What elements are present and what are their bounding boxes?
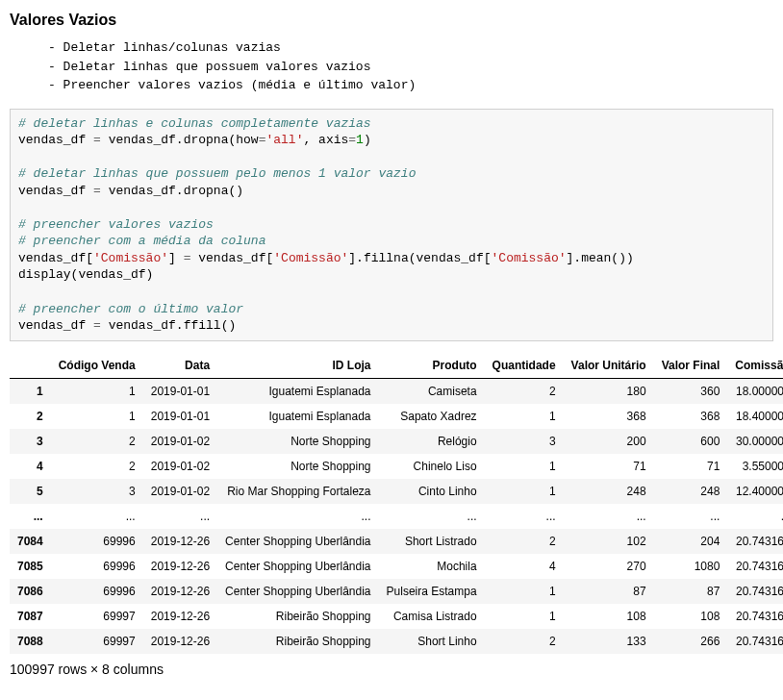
cell: 2019-01-02 (143, 479, 217, 504)
row-index: 7084 (10, 529, 51, 554)
code-string: 'Comissão' (273, 251, 348, 265)
column-header: Código Venda (51, 353, 143, 379)
cell: 69996 (51, 554, 143, 579)
row-index: 7086 (10, 579, 51, 604)
code-string: 'all' (265, 133, 303, 147)
cell: 2 (485, 378, 564, 404)
cell: 18.000000 (727, 378, 783, 404)
code-text: ].mean()) (567, 251, 634, 265)
cell: 3.550000 (727, 454, 783, 479)
table-row: 112019-01-01Iguatemi EsplanadaCamiseta21… (10, 378, 783, 404)
cell: 1080 (654, 554, 728, 579)
cell: 2 (51, 429, 143, 454)
cell: ... (727, 504, 783, 529)
cell: 20.743163 (727, 579, 783, 604)
cell: 2019-12-26 (143, 554, 217, 579)
cell: Sapato Xadrez (379, 404, 485, 429)
cell: 69997 (51, 604, 143, 629)
cell: 2019-12-26 (143, 579, 217, 604)
code-text: vendas_df.ffill() (101, 318, 236, 333)
cell: Rio Mar Shopping Fortaleza (217, 479, 378, 504)
code-op: = (93, 318, 101, 333)
cell: 3 (51, 479, 143, 504)
code-op: = (348, 133, 356, 147)
row-index: 5 (10, 479, 51, 504)
cell: Pulseira Estampa (379, 579, 485, 604)
cell: ... (143, 504, 217, 529)
cell: Iguatemi Esplanada (217, 404, 378, 429)
cell: 71 (564, 454, 654, 479)
table-row: 532019-01-02Rio Mar Shopping FortalezaCi… (10, 479, 783, 504)
cell: 204 (654, 529, 728, 554)
cell: 3 (485, 429, 564, 454)
column-header: Comissão (727, 353, 783, 379)
cell: 4 (485, 554, 564, 579)
cell: ... (654, 504, 728, 529)
code-text: vendas_df.dropna(how (101, 133, 259, 147)
cell: 360 (654, 378, 728, 404)
cell: 102 (564, 529, 654, 554)
code-string: 'Comissão' (93, 251, 168, 265)
column-header: Quantidade (485, 353, 564, 379)
cell: 20.743163 (727, 554, 783, 579)
cell: 69996 (51, 529, 143, 554)
code-comment: # deletar linhas e colunas completamente… (18, 116, 371, 131)
cell: 20.743163 (727, 629, 783, 654)
code-op: = (93, 133, 101, 147)
table-row: ........................... (10, 504, 783, 529)
bullet-list: Deletar linhas/colunas vazias Deletar li… (10, 38, 773, 95)
table-row: 7088699972019-12-26Ribeirão ShoppingShor… (10, 629, 783, 654)
code-text: vendas_df (18, 318, 93, 333)
cell: 18.400000 (727, 404, 783, 429)
row-index: 7088 (10, 629, 51, 654)
table-row: 7087699972019-12-26Ribeirão ShoppingCami… (10, 604, 783, 629)
cell: 1 (485, 404, 564, 429)
column-header: Data (143, 353, 217, 379)
bullet-item: Deletar linhas que possuem valores vazio… (48, 58, 773, 77)
cell: Ribeirão Shopping (217, 629, 378, 654)
table-body: 112019-01-01Iguatemi EsplanadaCamiseta21… (10, 378, 783, 654)
dataframe-table: Código VendaDataID LojaProdutoQuantidade… (10, 353, 783, 654)
row-index: 7087 (10, 604, 51, 629)
cell: 2 (485, 529, 564, 554)
cell: 1 (485, 454, 564, 479)
table-row: 7085699962019-12-26Center Shopping Uberl… (10, 554, 783, 579)
row-index: 7085 (10, 554, 51, 579)
table-row: 422019-01-02Norte ShoppingChinelo Liso17… (10, 454, 783, 479)
cell: Cinto Linho (379, 479, 485, 504)
column-header: Valor Final (654, 353, 728, 379)
table-header: Código VendaDataID LojaProdutoQuantidade… (10, 353, 783, 379)
cell: 1 (51, 378, 143, 404)
cell: 180 (564, 378, 654, 404)
cell: Ribeirão Shopping (217, 604, 378, 629)
cell: Camiseta (379, 378, 485, 404)
code-text: vendas_df (18, 133, 93, 147)
cell: Center Shopping Uberlândia (217, 554, 378, 579)
cell: 2019-01-01 (143, 404, 217, 429)
cell: 30.000000 (727, 429, 783, 454)
cell: Center Shopping Uberlândia (217, 529, 378, 554)
cell: Norte Shopping (217, 429, 378, 454)
code-comment: # preencher com o último valor (18, 302, 243, 316)
code-string: 'Comissão' (492, 251, 567, 265)
code-op: = (93, 184, 101, 198)
cell: Short Listrado (379, 529, 485, 554)
cell: 2 (51, 454, 143, 479)
code-text: vendas_df (18, 184, 93, 198)
row-index: 1 (10, 378, 51, 404)
cell: Chinelo Liso (379, 454, 485, 479)
row-index: 3 (10, 429, 51, 454)
cell: ... (379, 504, 485, 529)
cell: Iguatemi Esplanada (217, 378, 378, 404)
cell: 12.400000 (727, 479, 783, 504)
column-header (10, 353, 51, 379)
cell: 71 (654, 454, 728, 479)
column-header: ID Loja (217, 353, 378, 379)
cell: Relógio (379, 429, 485, 454)
code-text: ) (364, 133, 371, 147)
cell: 368 (564, 404, 654, 429)
cell: 1 (485, 579, 564, 604)
cell: 2019-12-26 (143, 604, 217, 629)
table-shape: 100997 rows × 8 columns (10, 662, 773, 677)
code-text: display(vendas_df) (18, 267, 153, 282)
